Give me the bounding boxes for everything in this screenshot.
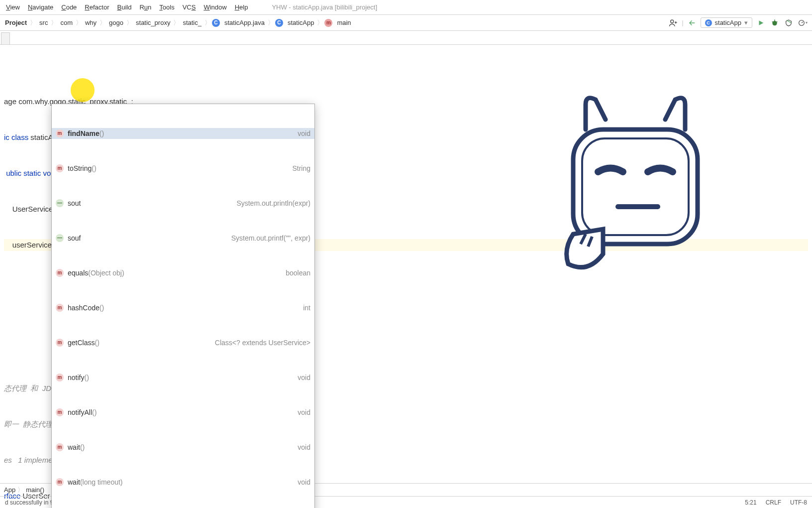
status-position[interactable]: 5:21 [745, 499, 756, 506]
method-icon: m [56, 269, 64, 277]
autocomplete-item[interactable]: m findName() void [52, 128, 314, 139]
autocomplete-item[interactable]: m getClass() Class<? extends UserService… [52, 337, 314, 348]
chevron-icon: 〉 [204, 18, 211, 27]
mascot-image [538, 75, 717, 284]
menu-navigate[interactable]: Navigate [24, 1, 57, 13]
breadcrumb-static-proxy[interactable]: static_proxy [134, 18, 172, 27]
chevron-icon: 〉 [51, 18, 57, 27]
breadcrumb-class-bottom[interactable]: App [4, 486, 15, 494]
autocomplete-item[interactable]: m notifyAll() void [52, 407, 314, 418]
breadcrumb: Project 〉 src 〉 com 〉 why 〉 gogo 〉 stati… [0, 18, 668, 27]
dropdown-arrow-icon: ▾ [744, 19, 748, 26]
autocomplete-item[interactable]: — souf System.out.printf("", expr) [52, 233, 314, 244]
autocomplete-item[interactable]: m toString() String [52, 163, 314, 174]
chevron-icon: 〉 [100, 18, 106, 27]
method-icon: m [56, 443, 64, 451]
breadcrumb-method-bottom[interactable]: main() [26, 486, 44, 494]
breadcrumb-static[interactable]: static_ [181, 18, 203, 27]
chevron-icon: 〉 [76, 18, 82, 27]
breadcrumb-gogo[interactable]: gogo [107, 18, 125, 27]
chevron-icon: 〉 [317, 18, 323, 27]
method-icon: m [56, 164, 64, 172]
template-icon: — [56, 234, 64, 242]
status-encoding[interactable]: UTF-8 [790, 499, 807, 506]
cursor-highlight [71, 78, 95, 102]
template-icon: — [56, 199, 64, 207]
breadcrumb-class[interactable]: staticApp [286, 18, 316, 27]
svg-rect-9 [573, 129, 698, 244]
menu-vcs[interactable]: VCS [179, 1, 200, 13]
breadcrumb-why[interactable]: why [83, 18, 99, 27]
add-user-icon[interactable] [668, 17, 679, 28]
chevron-icon: 〉 [17, 486, 24, 495]
editor-tabs [0, 31, 812, 45]
chevron-icon: 〉 [173, 18, 180, 27]
status-line-separator[interactable]: CRLF [766, 499, 781, 506]
menu-tools[interactable]: Tools [155, 1, 178, 13]
menu-code[interactable]: Code [57, 1, 81, 13]
menu-bar: View Navigate Code Refactor Build Run To… [0, 0, 812, 15]
autocomplete-item[interactable]: — sout System.out.println(expr) [52, 198, 314, 209]
breadcrumb-method[interactable]: main [335, 18, 353, 27]
editor-tab-staticapp[interactable] [1, 32, 10, 44]
breadcrumb-src[interactable]: src [37, 18, 50, 27]
svg-line-5 [772, 21, 773, 22]
menu-view[interactable]: View [2, 1, 24, 13]
back-build-icon[interactable] [687, 17, 698, 28]
svg-point-0 [671, 20, 674, 23]
svg-line-6 [776, 21, 777, 22]
run-config-selector[interactable]: C staticApp ▾ [701, 17, 752, 28]
class-icon: C [275, 19, 283, 27]
chevron-icon: 〉 [126, 18, 133, 27]
method-icon: m [56, 129, 64, 137]
class-icon: C [705, 19, 712, 26]
menu-help[interactable]: Help [231, 1, 252, 13]
breadcrumb-file[interactable]: staticApp.java [222, 18, 267, 27]
chevron-icon: 〉 [30, 18, 36, 27]
chevron-icon: 〉 [268, 18, 274, 27]
method-icon: m [56, 408, 64, 416]
breadcrumb-project[interactable]: Project [3, 18, 29, 27]
navigation-toolbar: Project 〉 src 〉 com 〉 why 〉 gogo 〉 stati… [0, 15, 812, 31]
autocomplete-item[interactable]: m hashCode() int [52, 302, 314, 313]
method-icon: m [56, 304, 64, 312]
menu-window[interactable]: Window [200, 1, 230, 13]
method-icon: m [56, 478, 64, 486]
menu-build[interactable]: Build [113, 1, 136, 13]
profiler-icon[interactable]: ▾ [797, 17, 808, 28]
svg-point-3 [773, 21, 777, 25]
menu-run[interactable]: Run [135, 1, 155, 13]
autocomplete-item[interactable]: m wait() void [52, 442, 314, 453]
breadcrumb-com[interactable]: com [58, 18, 75, 27]
method-icon: m [56, 339, 64, 347]
run-icon[interactable] [755, 17, 766, 28]
method-icon: m [324, 19, 332, 27]
method-icon: m [56, 374, 64, 381]
autocomplete-item[interactable]: m wait(long timeout) void [52, 477, 314, 488]
coverage-icon[interactable] [783, 17, 794, 28]
window-title: YHW - staticApp.java [bilibili_project] [272, 3, 377, 11]
autocomplete-popup: m findName() void m toString() String — … [51, 104, 315, 508]
toolbar-right: | C staticApp ▾ ▾ [668, 17, 812, 28]
class-icon: C [212, 19, 220, 27]
autocomplete-item[interactable]: m equals(Object obj) boolean [52, 267, 314, 278]
svg-line-8 [802, 22, 803, 23]
debug-icon[interactable] [769, 17, 780, 28]
run-config-label: staticApp [715, 19, 741, 26]
menu-refactor[interactable]: Refactor [81, 1, 113, 13]
autocomplete-item[interactable]: m notify() void [52, 372, 314, 383]
